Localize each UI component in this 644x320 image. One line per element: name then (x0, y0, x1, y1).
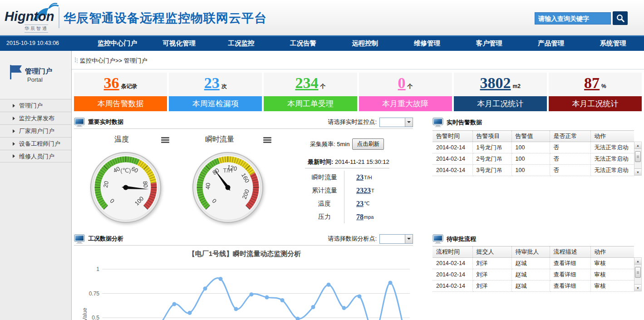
logo-link[interactable]: Hignton 华辰智通 (5, 3, 61, 33)
nav-item-8[interactable]: 产品管理 (520, 36, 582, 51)
stat-value: 3802 (480, 75, 511, 91)
stat-unit: m2 (513, 83, 521, 89)
stat-card-1[interactable]: 36条记录本周告警数据 (74, 73, 167, 111)
nav-item-2[interactable]: 可视化管理 (148, 36, 211, 51)
stat-value-area: 0个 (359, 73, 452, 96)
gauge-title-flow: 瞬时流量 (205, 135, 234, 144)
table-row-1: 2014-02-14刘洋赵城查看详细审核 (433, 258, 634, 269)
nav-item-5[interactable]: 远程控制 (334, 36, 396, 51)
nav-item-9[interactable]: 系统管理 (582, 36, 644, 51)
latest-time-value: 2014-11-21 15:30:12 (335, 158, 389, 165)
nav-items: 监控中心门户可视化管理工况监控工况告警远程控制维修管理客户管理产品管理系统管理 (86, 36, 644, 51)
divider (305, 168, 389, 168)
alarm-table: 告警时间告警项目告警值是否正常动作2014-02-141号龙门吊100否无法正常… (433, 130, 634, 176)
col-header: 告警值 (511, 131, 550, 142)
scroll-up-icon[interactable]: ▲ (634, 258, 641, 265)
search-button[interactable] (613, 11, 628, 25)
stat-card-3[interactable]: 234个本周工单受理 (264, 73, 357, 111)
arrow-right-icon (13, 154, 15, 158)
breadcrumb-icon (75, 58, 78, 64)
action-cell[interactable]: 无法正常启动 (590, 142, 634, 153)
table-header-row: 告警时间告警项目告警值是否正常动作 (433, 131, 634, 142)
action-cell[interactable]: 无法正常启动 (590, 153, 634, 165)
monitor-icon (74, 234, 85, 244)
chevron-down-icon[interactable] (405, 235, 413, 243)
col-header: 告警项目 (472, 131, 511, 142)
stat-card-2[interactable]: 23次本周巡检漏项 (169, 73, 262, 111)
analysis-point-select[interactable] (379, 234, 413, 244)
stat-value: 234 (295, 75, 318, 91)
cell: 查看详细 (550, 258, 590, 269)
reading-row-1: 瞬时流量23T/H (305, 171, 396, 184)
scroll-thumb[interactable] (635, 267, 641, 278)
alarm-table-scrollbar[interactable]: ▲ ▼ (634, 142, 642, 176)
analysis-select-label: 请选择数据分析点: (328, 235, 377, 243)
chevron-down-icon[interactable] (405, 118, 413, 127)
portal-subtitle: Portal (27, 76, 43, 83)
cell: 3号龙门吊 (472, 165, 511, 176)
top-header: Hignton 华辰智通 华辰智通设备远程监控物联网云平台 (0, 0, 644, 35)
approval-table-scrollbar[interactable]: ▲ ▼ (634, 257, 642, 291)
action-cell[interactable]: 审核 (590, 269, 634, 281)
nav-item-4[interactable]: 工况告警 (272, 36, 334, 51)
stat-label: 本月工况统计 (454, 96, 547, 111)
stat-value: 87 (584, 75, 600, 91)
reading-row-2: 累计流量2323T (305, 184, 396, 197)
chart-menu-icon[interactable] (161, 137, 169, 143)
nav-item-7[interactable]: 客户管理 (458, 36, 520, 51)
monitor-point-select[interactable] (379, 118, 413, 127)
reading-label: 累计流量 (305, 187, 344, 195)
svg-text:0.75: 0.75 (89, 290, 100, 297)
sidebar-item-2[interactable]: 监控大屏发布 (0, 112, 71, 124)
chart-menu-icon[interactable] (263, 137, 271, 143)
stat-label: 本周工单受理 (264, 96, 357, 111)
sidebar-item-5[interactable]: 维修人员门户 (0, 150, 71, 162)
chart-title: 【电厂1号线】瞬时流量动态监测分析 (74, 250, 415, 258)
stat-value-area: 36条记录 (74, 73, 167, 96)
scroll-down-icon[interactable]: ▼ (634, 284, 641, 291)
refresh-button[interactable]: 点击刷新 (352, 138, 384, 150)
stat-card-4[interactable]: 0个本月重大故障 (359, 73, 452, 111)
section-title-alarm: 实时告警数据 (447, 118, 482, 127)
scroll-thumb[interactable] (635, 151, 641, 162)
flow-gauge: 04080120160200T/H (192, 151, 264, 224)
section-title-approval: 待审批流程 (447, 235, 476, 243)
stat-label: 本月重大故障 (359, 96, 452, 111)
nav-item-1[interactable]: 监控中心门户 (86, 36, 148, 51)
portal-title: 管理门户 (25, 67, 52, 76)
search-icon (616, 14, 625, 23)
action-cell[interactable]: 无法正常启动 (590, 165, 634, 176)
reading-value-wrap: 2323T (344, 184, 396, 197)
action-cell[interactable]: 审核 (590, 281, 634, 292)
cell: 赵城 (511, 269, 550, 281)
breadcrumb[interactable]: 监控中心门户>> 管理门户 (80, 57, 147, 65)
reading-value-wrap: 23T/H (344, 171, 396, 184)
stat-card-6[interactable]: 87%本月工况统计 (549, 73, 642, 111)
flag-icon (9, 64, 23, 80)
sidebar-item-3[interactable]: 厂家用户门户 (0, 124, 71, 137)
sidebar-item-4[interactable]: 设备工程师门户 (0, 137, 71, 150)
stat-card-5[interactable]: 3802m2本月工况统计 (454, 73, 547, 111)
action-cell[interactable]: 审核 (590, 258, 634, 269)
scroll-down-icon[interactable]: ▼ (634, 168, 641, 175)
nav-item-6[interactable]: 维修管理 (396, 36, 458, 51)
portal-header: 管理门户 Portal (0, 51, 71, 99)
approval-table: 流程时间提交人待审批人流程描述动作2014-02-14刘洋赵城查看详细审核201… (433, 246, 634, 292)
reading-value: 23 (356, 200, 364, 208)
arrow-right-icon (13, 142, 15, 146)
sidebar-item-1[interactable]: 管理门户 (0, 99, 71, 112)
nav-timestamp: 2015-10-19 10:43:06 (0, 36, 86, 51)
reading-value: 78 (356, 213, 364, 221)
stat-label: 本月工况统计 (549, 96, 642, 111)
reading-row-4: 压力78mpa (305, 210, 396, 223)
col-header: 是否正常 (550, 131, 590, 142)
stat-label: 本周告警数据 (74, 96, 167, 111)
cell: 2014-02-14 (433, 165, 472, 176)
realtime-section-header: 重要实时数据 请选择实时监控点: (74, 116, 413, 129)
scroll-up-icon[interactable]: ▲ (634, 142, 641, 149)
cell: 100 (511, 142, 550, 153)
stat-unit: 个 (320, 83, 325, 90)
search-input[interactable] (535, 12, 611, 25)
svg-text:0.5: 0.5 (92, 315, 99, 320)
nav-item-3[interactable]: 工况监控 (210, 36, 272, 51)
